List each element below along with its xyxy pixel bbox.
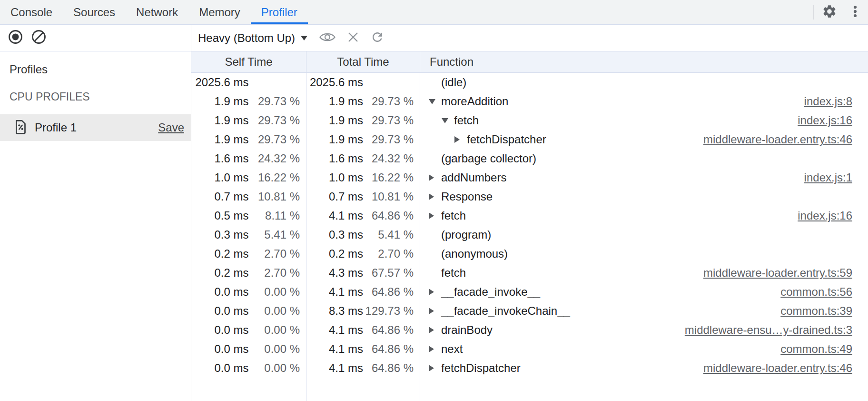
table-row[interactable]: 0.0 ms 0.00 % 4.1 ms 64.86 % drainBody m… [191,321,868,340]
function-cell: next common.ts:49 [420,340,868,359]
focus-selected-button[interactable] [319,31,336,45]
tab-console[interactable]: Console [0,0,63,24]
restore-all-button[interactable] [370,30,385,46]
table-row[interactable]: 1.9 ms 29.73 % 1.9 ms 29.73 % moreAdditi… [191,92,868,111]
grid-body: 2025.6 ms 2025.6 ms (idle) 1.9 ms 29.73 … [191,73,868,401]
source-link[interactable]: index.js:16 [798,114,852,127]
self-time-percent: 29.73 % [249,114,306,127]
expand-arrow-icon[interactable] [429,193,441,200]
expand-arrow-icon[interactable] [429,346,441,352]
column-header-total-time[interactable]: Total Time [306,51,420,72]
total-time-percent: 16.22 % [363,171,420,184]
self-time-ms: 0.3 ms [191,228,249,241]
self-time-cell: 0.2 ms 2.70 % [191,244,306,263]
tab-network[interactable]: Network [126,0,188,24]
self-time-ms: 2025.6 ms [191,76,249,89]
chevron-down-icon [301,36,307,40]
table-row[interactable]: 1.9 ms 29.73 % 1.9 ms 29.73 % fetch inde… [191,111,868,130]
save-profile-link[interactable]: Save [158,121,184,134]
source-link[interactable]: common.ts:39 [780,304,852,318]
table-row[interactable]: 1.9 ms 29.73 % 1.9 ms 29.73 % fetchDispa… [191,130,868,149]
clear-profiles-button[interactable] [31,30,46,46]
self-time-ms: 0.0 ms [191,304,249,318]
record-profile-button[interactable] [8,30,23,46]
tab-sources[interactable]: Sources [63,0,126,24]
table-row[interactable]: 0.0 ms 0.00 % 4.1 ms 64.86 % next common… [191,340,868,359]
source-link[interactable]: index.js:8 [804,95,852,108]
total-time-percent: 67.57 % [363,266,420,280]
expand-arrow-icon[interactable] [429,327,441,333]
table-row[interactable]: 0.3 ms 5.41 % 0.3 ms 5.41 % (program) [191,225,868,244]
table-row[interactable]: 1.0 ms 16.22 % 1.0 ms 16.22 % addNumbers… [191,168,868,187]
function-name: (program) [441,228,491,241]
more-options-button[interactable] [846,2,864,23]
self-time-percent: 0.00 % [249,304,306,318]
column-header-self-time[interactable]: Self Time [191,51,306,72]
total-time-ms: 4.3 ms [306,266,363,280]
self-time-percent: 0.00 % [249,361,306,375]
expand-arrow-icon[interactable] [429,365,441,371]
self-time-cell: 0.2 ms 2.70 % [191,263,306,282]
block-icon [31,30,46,46]
function-name: (idle) [441,76,466,89]
total-time-cell: 2025.6 ms [306,73,420,92]
source-link[interactable]: middleware-loader.entry.ts:59 [703,266,852,280]
source-link[interactable]: index.js:16 [798,209,852,222]
source-link[interactable]: common.ts:49 [780,342,852,356]
expand-arrow-icon[interactable] [429,308,441,314]
table-row[interactable]: 0.0 ms 0.00 % 4.1 ms 64.86 % __facade_in… [191,282,868,301]
table-row[interactable]: 0.5 ms 8.11 % 4.1 ms 64.86 % fetch index… [191,206,868,225]
sidebar-title: Profiles [0,63,191,76]
total-time-percent: 29.73 % [363,95,420,108]
self-time-cell: 0.5 ms 8.11 % [191,206,306,225]
grid-header: Self Time Total Time Function [191,51,868,73]
devtools-profiler-panel: ConsoleSourcesNetworkMemoryProfiler [0,0,868,401]
tabbar-divider [813,5,814,20]
total-time-cell: 0.7 ms 10.81 % [306,187,420,206]
function-name: fetchDispatcher [467,133,546,146]
source-link[interactable]: common.ts:56 [780,285,852,299]
table-row[interactable]: 0.2 ms 2.70 % 0.2 ms 2.70 % (anonymous) [191,244,868,263]
profile-view-select[interactable]: Heavy (Bottom Up) [198,31,307,45]
tab-memory[interactable]: Memory [188,0,251,24]
profile-data-grid: Self Time Total Time Function 2025.6 ms … [191,51,868,401]
source-link[interactable]: middleware-loader.entry.ts:46 [703,361,852,375]
expand-arrow-icon[interactable] [429,174,441,181]
total-time-percent: 29.73 % [363,114,420,127]
self-time-percent: 2.70 % [249,266,306,280]
column-header-function[interactable]: Function [420,51,868,72]
table-row[interactable]: 1.6 ms 24.32 % 1.6 ms 24.32 % (garbage c… [191,149,868,168]
table-row[interactable]: 0.7 ms 10.81 % 0.7 ms 10.81 % Response [191,187,868,206]
expand-arrow-icon[interactable] [429,212,441,219]
table-row[interactable]: 2025.6 ms 2025.6 ms (idle) [191,73,868,92]
collapse-arrow-icon[interactable] [442,118,454,123]
expand-arrow-icon[interactable] [454,136,467,143]
self-time-cell: 0.0 ms 0.00 % [191,301,306,321]
self-time-percent: 0.00 % [249,323,306,337]
self-time-percent: 0.00 % [249,285,306,299]
function-name: drainBody [441,323,493,337]
source-link[interactable]: middleware-ensu…y-drained.ts:3 [685,323,852,337]
collapse-arrow-icon[interactable] [429,99,441,104]
function-name: fetch [441,209,466,222]
tab-profiler[interactable]: Profiler [251,0,308,24]
exclude-selected-button[interactable] [346,30,360,46]
table-row[interactable]: 0.0 ms 0.00 % 8.3 ms 129.73 % __facade_i… [191,301,868,321]
source-link[interactable]: index.js:1 [804,171,852,184]
total-time-ms: 1.6 ms [306,152,363,165]
table-row[interactable]: 0.0 ms 0.00 % 4.1 ms 64.86 % fetchDispat… [191,359,868,378]
self-time-ms: 0.0 ms [191,361,249,375]
sidebar-item-profile-1[interactable]: Profile 1 Save [0,114,191,141]
total-time-ms: 4.1 ms [306,209,363,222]
table-row[interactable]: 0.2 ms 2.70 % 4.3 ms 67.57 % fetch middl… [191,263,868,282]
record-icon [8,30,23,46]
expand-arrow-icon[interactable] [429,289,441,295]
function-cell: (program) [420,225,868,244]
total-time-percent: 64.86 % [363,361,420,375]
self-time-ms: 1.9 ms [191,133,249,146]
total-time-cell: 4.1 ms 64.86 % [306,206,420,225]
self-time-percent: 5.41 % [249,228,306,241]
settings-button[interactable] [820,2,838,23]
source-link[interactable]: middleware-loader.entry.ts:46 [703,133,852,146]
total-time-ms: 4.1 ms [306,323,363,337]
